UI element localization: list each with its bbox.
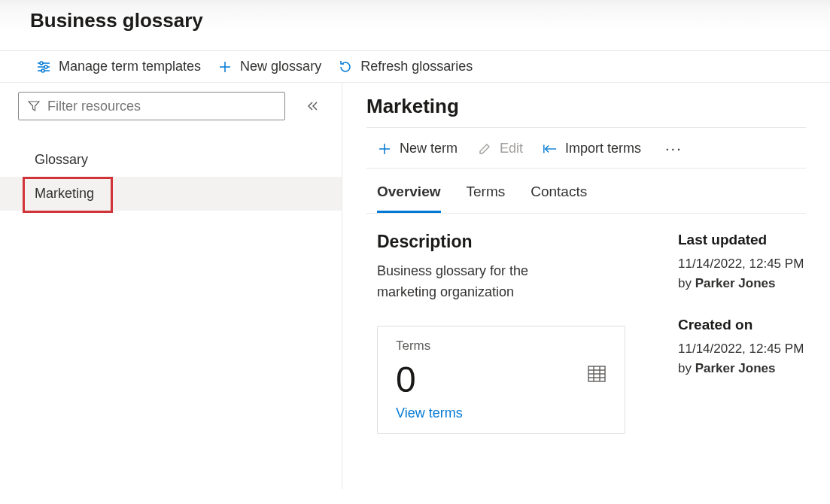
last-updated-text: 11/14/2022, 12:45 PM by Parker Jones: [678, 254, 806, 294]
manage-templates-label: Manage term templates: [59, 59, 201, 74]
terms-card: Terms 0 View terms: [377, 326, 625, 435]
import-terms-label: Import terms: [565, 141, 641, 156]
last-updated-heading: Last updated: [678, 232, 806, 248]
description-heading: Description: [377, 232, 660, 252]
svg-point-3: [44, 65, 47, 68]
terms-card-value: 0: [396, 358, 607, 402]
refresh-glossaries-button[interactable]: Refresh glossaries: [338, 59, 473, 74]
created-on-heading: Created on: [678, 317, 806, 333]
plus-icon: [377, 141, 392, 156]
created-on-text: 11/14/2022, 12:45 PM by Parker Jones: [678, 339, 806, 379]
svg-marker-8: [29, 102, 39, 111]
filter-input[interactable]: [47, 99, 275, 114]
sliders-icon: [36, 59, 51, 74]
new-term-label: New term: [400, 141, 458, 156]
refresh-glossaries-label: Refresh glossaries: [360, 59, 473, 74]
edit-label: Edit: [500, 141, 523, 156]
svg-point-5: [41, 69, 44, 72]
page-header: Business glossary: [0, 0, 830, 51]
tab-contacts[interactable]: Contacts: [531, 184, 587, 213]
resource-tree: Glossary Marketing: [0, 143, 342, 211]
overview-panel: Description Business glossary for the ma…: [366, 214, 806, 434]
new-glossary-button[interactable]: New glossary: [217, 59, 321, 74]
view-terms-link[interactable]: View terms: [396, 405, 463, 421]
collapse-sidebar-button[interactable]: [306, 99, 319, 113]
pencil-icon: [477, 141, 492, 156]
command-bar: Manage term templates New glossary Refre…: [0, 51, 830, 83]
tree-item-glossary[interactable]: Glossary: [0, 143, 342, 177]
manage-templates-button[interactable]: Manage term templates: [36, 59, 201, 74]
tree-item-label: Glossary: [35, 152, 88, 167]
created-on-block: Created on 11/14/2022, 12:45 PM by Parke…: [678, 317, 806, 379]
svg-point-1: [40, 62, 43, 65]
glossary-title: Marketing: [366, 95, 806, 128]
refresh-icon: [338, 59, 353, 74]
tree-item-label: Marketing: [35, 186, 94, 201]
new-glossary-label: New glossary: [240, 59, 321, 74]
tab-overview[interactable]: Overview: [377, 184, 441, 213]
sidebar: Glossary Marketing: [0, 83, 342, 489]
new-term-button[interactable]: New term: [377, 141, 458, 156]
table-icon: [587, 364, 607, 384]
terms-card-label: Terms: [396, 339, 607, 354]
page-title: Business glossary: [30, 9, 800, 32]
tabs: Overview Terms Contacts: [366, 169, 806, 214]
import-icon: [543, 141, 558, 156]
description-text: Business glossary for the marketing orga…: [377, 261, 573, 303]
plus-icon: [217, 59, 233, 74]
content-pane: Marketing New term Edit: [342, 83, 830, 489]
last-updated-block: Last updated 11/14/2022, 12:45 PM by Par…: [678, 232, 806, 294]
import-terms-button[interactable]: Import terms: [543, 141, 641, 156]
more-actions-button[interactable]: ···: [665, 140, 683, 157]
content-command-bar: New term Edit Import terms ···: [366, 128, 806, 169]
tab-terms[interactable]: Terms: [467, 184, 506, 213]
funnel-icon: [28, 100, 40, 112]
filter-box[interactable]: [18, 92, 285, 120]
edit-button: Edit: [477, 141, 523, 156]
tree-item-marketing[interactable]: Marketing: [0, 177, 342, 211]
